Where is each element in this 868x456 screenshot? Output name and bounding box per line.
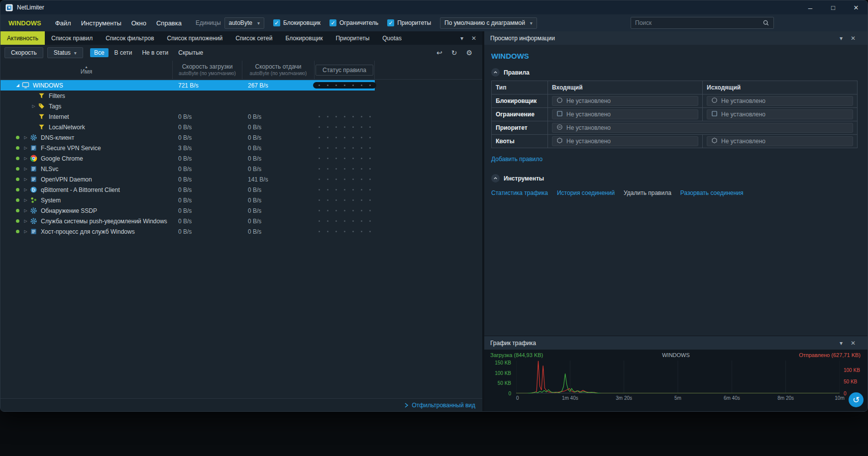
traffic-chart[interactable] (516, 361, 840, 393)
menu-item-инструменты[interactable]: Инструменты (76, 17, 126, 29)
chevron-down-icon[interactable]: ▾ (840, 340, 843, 347)
expander-icon[interactable]: ◢ (14, 83, 21, 88)
filter-скрытые[interactable]: Скрытые (174, 48, 207, 57)
tools-section-header[interactable]: Инструменты (491, 174, 861, 182)
chevron-down-icon[interactable]: ▾ (460, 35, 463, 42)
expander-icon[interactable]: ▷ (22, 229, 29, 234)
status-dot (327, 126, 328, 128)
row-name-label: Служба системы push-уведомлений Windows (41, 218, 167, 225)
close-panel-icon[interactable]: ✕ (471, 35, 476, 42)
units-dropdown[interactable]: autoByte ▾ (224, 17, 264, 29)
checkbox-icon[interactable]: ✓ (273, 19, 280, 26)
expander-icon[interactable]: ▷ (22, 146, 29, 150)
rule-not-set-chip[interactable]: Не установлено (552, 96, 698, 106)
table-row[interactable]: ▷NLSvc0 B/s0 B/s (0, 164, 375, 174)
reset-graph-button[interactable]: ↺ (849, 392, 864, 407)
close-button[interactable]: ✕ (845, 0, 868, 14)
tab-список-приложений[interactable]: Список приложений (161, 31, 229, 45)
close-panel-icon[interactable]: ✕ (851, 340, 856, 347)
column-rule-status[interactable]: Статус правила (314, 61, 375, 79)
tab-quotas[interactable]: Quotas (376, 31, 408, 45)
close-panel-icon[interactable]: ✕ (851, 35, 856, 42)
column-name[interactable]: ▲ Имя (0, 61, 172, 79)
toggle-ограничитель[interactable]: ✓Ограничитель (329, 19, 378, 26)
system-icon (29, 196, 38, 204)
status-dot (361, 220, 362, 222)
tool-link-удалить-правила[interactable]: Удалить правила (624, 189, 671, 196)
tool-link-история-соединений[interactable]: История соединений (557, 189, 615, 196)
table-row[interactable]: ▷Tags (0, 101, 375, 111)
rule-not-set-chip[interactable]: Не установлено (707, 136, 853, 146)
tool-link-статистика-трафика[interactable]: Статистика трафика (491, 189, 548, 196)
filter-не-в-сети[interactable]: Не в сети (138, 48, 172, 57)
view-mode-dropdown[interactable]: По умолчанию с диаграммой ▾ (440, 17, 537, 29)
table-row[interactable]: Internet0 B/s0 B/s (0, 111, 375, 122)
column-upload[interactable]: Скорость отдачи autoByte (по умолчанию) (242, 61, 314, 79)
toggle-блокировщик[interactable]: ✓Блокировщик (273, 19, 321, 26)
rule-not-set-chip[interactable]: Не установлено (707, 96, 853, 106)
tab-список-правил[interactable]: Список правил (45, 31, 99, 45)
expander-icon[interactable]: ▷ (22, 167, 29, 171)
expander-icon[interactable]: ▷ (22, 208, 29, 213)
table-row[interactable]: ▷Google Chrome0 B/s0 B/s (0, 153, 375, 164)
filtered-view-link[interactable]: Отфильтрованный вид (412, 402, 475, 409)
rules-section-header[interactable]: Правила (491, 68, 861, 77)
status-dropdown[interactable]: Status ▾ (47, 47, 83, 58)
gear-icon[interactable]: ⚙ (466, 49, 472, 57)
rule-not-set-chip[interactable]: Не установлено (707, 109, 853, 119)
tab-активность[interactable]: Активность (0, 31, 45, 45)
tab-приоритеты[interactable]: Приоритеты (329, 31, 376, 45)
table-row[interactable]: ▷F-Secure VPN Service3 B/s0 B/s (0, 143, 375, 153)
tool-link-разорвать-соединения[interactable]: Разорвать соединения (680, 189, 744, 196)
table-row[interactable]: ◢WINDOWS721 B/s267 B/s (0, 80, 375, 91)
table-row[interactable]: ▷System0 B/s0 B/s (0, 195, 375, 205)
minimize-button[interactable]: – (799, 0, 822, 14)
expander-icon[interactable]: ▷ (22, 187, 29, 192)
expander-icon[interactable]: ▷ (22, 219, 29, 223)
table-row[interactable]: Filters (0, 91, 375, 101)
status-dot (327, 147, 328, 149)
table-row[interactable]: ▷DNS-клиент0 B/s0 B/s (0, 132, 375, 143)
toggle-приоритеты[interactable]: ✓Приоритеты (387, 19, 431, 26)
menu-item-окно[interactable]: Окно (126, 17, 151, 29)
table-row[interactable]: ▷OpenVPN Daemon0 B/s141 B/s (0, 174, 375, 184)
table-row[interactable]: ▷qBittorrent - A Bittorrent Client0 B/s0… (0, 184, 375, 195)
table-row[interactable]: ▷Служба системы push-уведомлений Windows… (0, 216, 375, 226)
column-rule-status-label: Статус правила (316, 65, 373, 76)
rule-not-set-chip[interactable]: Не установлено (552, 136, 698, 146)
refresh-icon[interactable]: ↻ (451, 49, 457, 57)
chevron-down-icon[interactable]: ▾ (840, 35, 843, 42)
expander-icon[interactable]: ▷ (30, 104, 37, 108)
tab-список-сетей[interactable]: Список сетей (229, 31, 279, 45)
undo-icon[interactable]: ↩ (436, 49, 442, 57)
status-dot (369, 85, 371, 86)
menu-windows[interactable]: WINDOWS (5, 17, 44, 29)
table-row[interactable]: ▷Обнаружение SSDP0 B/s0 B/s (0, 205, 375, 216)
expander-icon[interactable]: ▷ (22, 135, 29, 140)
rule-not-set-chip[interactable]: Не установлено (552, 109, 698, 119)
menu-item-файл[interactable]: Файл (50, 17, 76, 29)
tab-список-фильтров[interactable]: Список фильтров (99, 31, 160, 45)
expander-icon[interactable]: ▷ (22, 156, 29, 161)
add-rule-link[interactable]: Добавить правило (491, 156, 542, 163)
column-download[interactable]: Скорость загрузки autoByte (по умолчанию… (172, 61, 242, 79)
speed-button[interactable]: Скорость (4, 47, 43, 58)
expander-icon[interactable]: ▷ (22, 198, 29, 202)
expander-icon[interactable]: ▷ (22, 177, 29, 182)
filter-все[interactable]: Все (90, 48, 108, 57)
rule-not-set-chip[interactable]: Не установлено (552, 123, 853, 133)
rules-table: ТипВходящийИсходящийБлокировщикНе устано… (491, 81, 858, 148)
tabbar-icons: ▾ ✕ (454, 31, 482, 45)
table-row[interactable]: LocalNetwork0 B/s0 B/s (0, 122, 375, 132)
status-dropdown-label: Status (54, 49, 71, 56)
maximize-button[interactable]: □ (822, 0, 845, 14)
tab-блокировщик[interactable]: Блокировщик (279, 31, 329, 45)
checkbox-icon[interactable]: ✓ (329, 19, 336, 26)
checkbox-icon[interactable]: ✓ (387, 19, 394, 26)
menu-item-справка[interactable]: Справка (151, 17, 187, 29)
filter-в-сети[interactable]: В сети (110, 48, 136, 57)
table-row[interactable]: ▷Хост-процесс для служб Windows0 B/s0 B/… (0, 226, 375, 237)
status-dot (352, 210, 354, 211)
search-input[interactable] (635, 19, 762, 26)
info-view-header-icons: ▾ ✕ (834, 35, 862, 42)
